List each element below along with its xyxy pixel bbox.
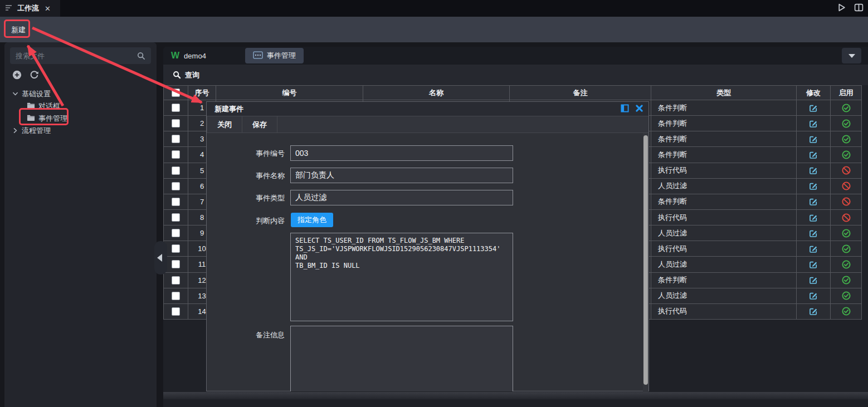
edit-icon[interactable] (809, 197, 818, 206)
row-checkbox[interactable] (172, 166, 180, 175)
dialog-close-button[interactable]: 关闭 (207, 116, 242, 133)
row-checkbox[interactable] (172, 135, 180, 143)
edit-icon[interactable] (809, 229, 818, 238)
enabled-icon[interactable] (842, 119, 851, 128)
tree-item-label: 流程管理 (22, 126, 51, 136)
collapse-left-icon (157, 254, 162, 262)
row-checkbox[interactable] (172, 119, 180, 128)
edit-icon[interactable] (809, 213, 818, 222)
edit-icon[interactable] (809, 182, 818, 190)
edit-icon[interactable] (809, 166, 818, 175)
event-name-input[interactable] (290, 168, 513, 183)
row-type: 人员过滤 (651, 288, 797, 303)
tree-item-basic-settings[interactable]: 基础设置 (4, 88, 157, 100)
header-no: 序号 (188, 86, 216, 100)
tab-close-icon[interactable]: ✕ (45, 4, 51, 13)
tree-item-label: 事件管理 (38, 114, 67, 124)
edit-icon[interactable] (809, 104, 818, 112)
dialog-save-button[interactable]: 保存 (242, 116, 277, 133)
project-name[interactable]: demo4 (184, 52, 206, 60)
disabled-icon[interactable] (842, 182, 851, 190)
row-checkbox[interactable] (172, 229, 180, 237)
chevron-down-icon (12, 90, 18, 99)
row-checkbox[interactable] (172, 244, 180, 253)
horizontal-scrollbar-track[interactable] (163, 392, 868, 399)
dialog-toolbar: 关闭 保存 (207, 116, 648, 133)
disabled-icon[interactable] (842, 197, 851, 206)
select-all-checkbox[interactable] (172, 89, 180, 97)
header-modify: 修改 (797, 86, 831, 100)
edit-icon[interactable] (809, 244, 818, 253)
enabled-icon[interactable] (842, 150, 851, 159)
row-type: 条件判断 (651, 131, 797, 146)
edit-icon[interactable] (809, 119, 818, 128)
search-input[interactable] (10, 52, 137, 60)
enabled-icon[interactable] (842, 135, 851, 144)
enabled-icon[interactable] (842, 291, 851, 300)
tree-item-event-management[interactable]: 事件管理 (4, 112, 157, 125)
edit-icon[interactable] (809, 135, 818, 144)
disabled-icon[interactable] (842, 166, 851, 175)
header-remark: 备注 (510, 86, 651, 100)
assign-role-button[interactable]: 指定角色 (291, 213, 333, 227)
row-checkbox[interactable] (172, 276, 180, 285)
tree-item-process-management[interactable]: 流程管理 (4, 125, 157, 137)
row-checkbox[interactable] (172, 198, 180, 206)
header-type: 类型 (651, 86, 797, 100)
enabled-icon[interactable] (842, 104, 851, 112)
event-type-input[interactable] (290, 190, 513, 205)
row-checkbox[interactable] (172, 150, 180, 159)
dialog-body: 事件编号 事件名称 事件类型 判断内容 指定角色 SELECT TS_USER_… (207, 133, 648, 391)
run-icon[interactable] (837, 3, 846, 14)
query-button[interactable]: 查询 (173, 70, 199, 80)
row-checkbox[interactable] (172, 260, 180, 268)
row-checkbox[interactable] (172, 307, 180, 316)
file-tab-workflow[interactable]: 工作流 ✕ (0, 0, 60, 17)
enabled-icon[interactable] (842, 307, 851, 316)
search-icon[interactable] (137, 52, 145, 60)
sidebar-collapse-handle[interactable] (154, 241, 167, 274)
row-checkbox[interactable] (172, 292, 180, 300)
row-checkbox[interactable] (172, 182, 180, 190)
dialog-scrollbar (643, 133, 648, 392)
remark-textarea[interactable] (290, 326, 513, 391)
header-name: 名称 (363, 86, 510, 100)
new-event-dialog: 新建事件 关闭 保存 事件编号 事件名称 事件类型 判断内容 指 (206, 101, 649, 391)
row-checkbox[interactable] (172, 213, 180, 222)
enabled-icon[interactable] (842, 229, 851, 238)
enabled-icon[interactable] (842, 260, 851, 269)
tree-item-dialogs[interactable]: 对话框 (4, 100, 157, 112)
refresh-icon[interactable] (30, 70, 39, 81)
doc-tab-event-management[interactable]: 事件管理 (245, 48, 304, 63)
event-no-input[interactable] (290, 145, 513, 161)
row-type: 条件判断 (651, 116, 797, 131)
caret-down-icon (849, 54, 855, 58)
breadcrumb: W demo4 事件管理 (163, 47, 868, 65)
enabled-icon[interactable] (842, 276, 851, 285)
enabled-icon[interactable] (842, 244, 851, 253)
sidebar: 基础设置 对话框 事件管理 流程管理 (4, 42, 157, 407)
tree-item-label: 基础设置 (22, 89, 51, 99)
titlebar-actions (837, 0, 864, 17)
row-checkbox[interactable] (172, 104, 180, 112)
maximize-icon[interactable] (621, 104, 629, 114)
sql-content[interactable]: SELECT TS_USER_ID FROM TS_FLOW_JS_BM WHE… (290, 233, 513, 321)
close-icon[interactable] (636, 105, 643, 114)
workflow-app: 工作流 ✕ 新建 (0, 0, 868, 407)
disabled-icon[interactable] (842, 213, 851, 222)
chevron-right-icon (12, 127, 18, 135)
event-no-label: 事件编号 (229, 149, 285, 159)
dialog-scrollbar-thumb[interactable] (643, 135, 648, 385)
row-type: 人员过滤 (651, 257, 797, 272)
split-panes-icon[interactable] (854, 3, 864, 14)
edit-icon[interactable] (809, 276, 818, 285)
edit-icon[interactable] (809, 291, 818, 300)
dialog-titlebar[interactable]: 新建事件 (207, 102, 648, 116)
edit-icon[interactable] (809, 307, 818, 316)
tree-item-label: 对话框 (38, 101, 60, 111)
edit-icon[interactable] (809, 260, 818, 269)
add-icon[interactable] (12, 70, 22, 81)
tab-list-dropdown[interactable] (842, 48, 861, 63)
edit-icon[interactable] (809, 150, 818, 159)
new-button[interactable]: 新建 (8, 24, 29, 36)
